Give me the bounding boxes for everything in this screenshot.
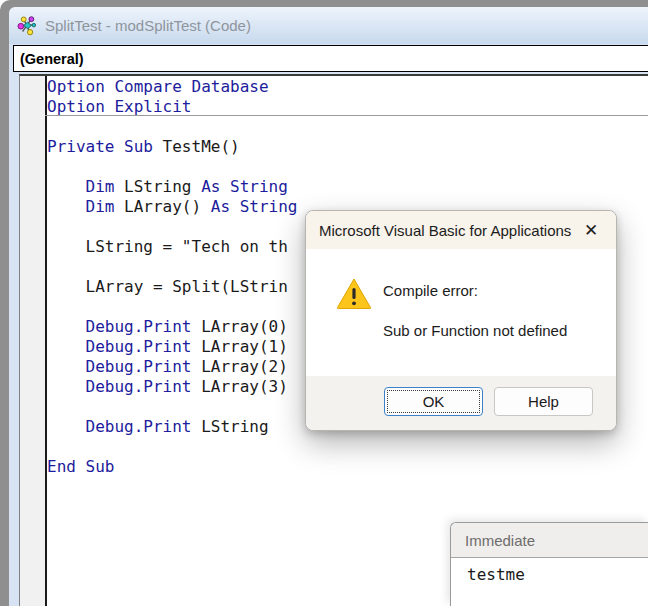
code-line: Debug.Print LArray(0) bbox=[47, 317, 288, 337]
help-button[interactable]: Help bbox=[494, 387, 593, 416]
dialog-message-line1: Compile error: bbox=[383, 282, 478, 299]
compile-error-dialog: Microsoft Visual Basic for Applications … bbox=[305, 210, 617, 431]
code-line: Option Compare Database bbox=[47, 77, 269, 97]
dialog-footer: OK Help bbox=[306, 376, 616, 430]
window-title: SplitTest - modSplitTest (Code) bbox=[45, 17, 251, 34]
code-line: Option Explicit bbox=[47, 97, 192, 117]
code-line: Private Sub TestMe() bbox=[47, 137, 240, 157]
object-dropdown-value: (General) bbox=[20, 51, 84, 67]
immediate-window: Immediate testme bbox=[450, 522, 648, 606]
close-icon[interactable]: ✕ bbox=[578, 218, 604, 242]
code-line: Dim LArray() As String bbox=[47, 197, 297, 217]
ok-button[interactable]: OK bbox=[384, 387, 483, 416]
immediate-input-area[interactable]: testme bbox=[451, 558, 648, 606]
vba-editor-window: SplitTest - modSplitTest (Code) (General… bbox=[0, 0, 648, 606]
warning-icon bbox=[336, 277, 372, 310]
code-line: Dim LString As String bbox=[47, 177, 288, 197]
object-dropdown[interactable]: (General) bbox=[13, 45, 648, 72]
code-line: Debug.Print LArray(1) bbox=[47, 337, 288, 357]
immediate-title: Immediate bbox=[465, 532, 535, 549]
code-line: Debug.Print LString bbox=[47, 417, 269, 437]
code-line: LArray = Split(LStrin bbox=[47, 277, 288, 297]
code-line: Debug.Print LArray(3) bbox=[47, 377, 288, 397]
margin-indicator-bar bbox=[20, 76, 47, 606]
dialog-message-line2: Sub or Function not defined bbox=[383, 322, 567, 339]
dialog-titlebar[interactable]: Microsoft Visual Basic for Applications bbox=[306, 211, 616, 249]
dialog-title: Microsoft Visual Basic for Applications bbox=[319, 222, 571, 239]
code-line: End Sub bbox=[47, 457, 114, 477]
code-line: LString = "Tech on th bbox=[47, 237, 288, 257]
code-window-titlebar[interactable]: SplitTest - modSplitTest (Code) bbox=[9, 7, 648, 45]
code-line: Debug.Print LArray(2) bbox=[47, 357, 288, 377]
immediate-titlebar[interactable]: Immediate bbox=[451, 523, 648, 558]
vba-module-icon bbox=[16, 15, 38, 37]
